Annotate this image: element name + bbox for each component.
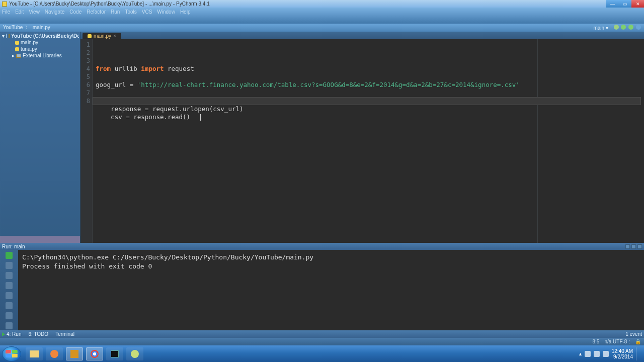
chrome-icon xyxy=(91,350,99,358)
terminal-icon xyxy=(111,350,119,357)
status-bar: 8:5 n/a UTF-8 : 🔒 xyxy=(0,338,644,345)
down-icon[interactable] xyxy=(6,292,13,299)
taskbar-wmp[interactable] xyxy=(46,347,63,360)
tree-file-tuna[interactable]: tuna.py xyxy=(1,46,79,52)
tray-network-icon[interactable] xyxy=(594,351,600,357)
media-player-icon xyxy=(50,350,58,358)
python-file-icon xyxy=(88,34,92,38)
window-title-bar: YouTube - [C:\Users\Bucky\Desktop\Python… xyxy=(0,0,644,8)
panel-minimize-icon[interactable] xyxy=(631,244,636,249)
stop-icon[interactable] xyxy=(6,262,13,269)
run-panel-header[interactable]: Run: main xyxy=(0,243,644,250)
sidebar-footer xyxy=(0,236,80,243)
right-margin-ruler xyxy=(537,39,538,243)
breadcrumb-bar: YouTube 〉 main.py main ▾ xyxy=(0,24,644,32)
stop-icon[interactable] xyxy=(636,25,641,30)
taskbar-explorer[interactable] xyxy=(26,347,43,360)
breadcrumb: YouTube 〉 main.py xyxy=(3,24,51,31)
tray-flag-icon[interactable] xyxy=(585,351,591,357)
soft-wrap-icon[interactable] xyxy=(6,302,13,309)
tree-project-root[interactable]: ▾ YouTube (C:\Users\Bucky\Deskto xyxy=(1,33,79,39)
tool-tab-run[interactable]: 4: Run xyxy=(2,331,21,337)
print-icon[interactable] xyxy=(6,312,13,319)
menu-tools[interactable]: Tools xyxy=(125,9,136,15)
close-console-icon[interactable] xyxy=(6,272,13,279)
app-icon xyxy=(2,2,7,7)
menu-run[interactable]: Run xyxy=(111,9,120,15)
bottom-tool-tabs: 4: Run 6: TODO Terminal 1 event xyxy=(0,330,644,338)
taskbar-app[interactable] xyxy=(126,347,143,360)
run-console[interactable]: C:\Python34\python.exe C:/Users/Bucky/De… xyxy=(18,250,644,330)
close-tab-icon[interactable]: × xyxy=(113,33,116,39)
debug-icon[interactable] xyxy=(621,25,626,30)
text-caret xyxy=(200,114,201,121)
menu-bar: File Edit View Navigate Code Refactor Ru… xyxy=(0,8,644,16)
menu-edit[interactable]: Edit xyxy=(15,9,24,15)
folder-icon xyxy=(9,34,10,38)
pycharm-icon xyxy=(70,350,78,358)
menu-navigate[interactable]: Navigate xyxy=(45,9,64,15)
tab-main[interactable]: main.py × xyxy=(83,33,121,39)
current-line-highlight xyxy=(93,97,641,105)
python-file-icon xyxy=(15,47,19,51)
clear-icon[interactable] xyxy=(6,322,13,329)
menu-code[interactable]: Code xyxy=(69,9,82,15)
caret-position: 8:5 xyxy=(593,339,600,344)
run-console-wrap: C:\Python34\python.exe C:/Users/Bucky/De… xyxy=(0,250,644,330)
collapse-icon[interactable]: ▾ xyxy=(2,33,5,39)
python-file-icon xyxy=(15,41,19,45)
tray-clock[interactable]: 12:40 AM 9/2/2014 xyxy=(612,348,633,359)
tree-external-libraries[interactable]: ▸ External Libraries xyxy=(1,52,79,59)
checkbox-icon[interactable] xyxy=(6,34,7,38)
gutter: 12345678 xyxy=(80,39,93,243)
menu-file[interactable]: File xyxy=(2,9,10,15)
menu-view[interactable]: View xyxy=(29,9,40,15)
start-button[interactable] xyxy=(2,346,21,361)
menu-help[interactable]: Help xyxy=(180,9,191,15)
code-area[interactable]: from urllib import request goog_url = 'h… xyxy=(93,39,644,243)
windows-taskbar: ▴ 12:40 AM 9/2/2014 xyxy=(0,345,644,362)
minimize-button[interactable]: — xyxy=(606,0,619,8)
show-desktop-button[interactable] xyxy=(636,347,640,360)
rerun-icon[interactable] xyxy=(6,252,13,259)
taskbar-pycharm[interactable] xyxy=(66,347,83,360)
lock-icon[interactable]: 🔒 xyxy=(635,339,641,344)
play-icon xyxy=(2,332,5,336)
library-icon xyxy=(16,54,21,58)
expand-icon[interactable]: ▸ xyxy=(12,53,15,58)
run-icon[interactable] xyxy=(614,25,619,30)
menu-refactor[interactable]: Refactor xyxy=(87,9,106,15)
panel-settings-icon[interactable] xyxy=(625,244,630,249)
tool-tab-terminal[interactable]: Terminal xyxy=(55,331,74,337)
nav-run-buttons: main ▾ xyxy=(592,25,641,31)
menu-vcs[interactable]: VCS xyxy=(142,9,152,15)
menu-window[interactable]: Window xyxy=(157,9,175,15)
tree-file-main[interactable]: main.py xyxy=(1,39,79,46)
panel-close-icon[interactable] xyxy=(637,244,642,249)
run-gutter xyxy=(0,250,18,330)
run-coverage-icon[interactable] xyxy=(628,25,633,30)
taskbar-chrome[interactable] xyxy=(86,347,103,360)
code-editor[interactable]: 12345678 from urllib import request goog… xyxy=(80,39,644,243)
tray-chevron-icon[interactable]: ▴ xyxy=(579,351,582,356)
tray-volume-icon[interactable] xyxy=(603,351,609,357)
close-button[interactable]: ✕ xyxy=(631,0,644,8)
system-tray: ▴ 12:40 AM 9/2/2014 xyxy=(579,347,642,360)
editor-tab-row: main.py × xyxy=(80,32,644,39)
window-controls: — ▭ ✕ xyxy=(606,0,644,8)
breadcrumb-root[interactable]: YouTube xyxy=(3,25,23,30)
tool-tab-todo[interactable]: 6: TODO xyxy=(28,331,48,337)
breadcrumb-file[interactable]: main.py xyxy=(33,25,50,30)
encoding[interactable]: n/a UTF-8 : xyxy=(604,339,630,344)
event-log[interactable]: 1 event xyxy=(625,331,642,337)
taskbar-terminal[interactable] xyxy=(106,347,123,360)
folder-icon xyxy=(30,350,39,357)
up-icon[interactable] xyxy=(6,282,13,289)
toolbar xyxy=(0,16,644,24)
project-sidebar: ▾ YouTube (C:\Users\Bucky\Deskto main.py… xyxy=(0,32,80,243)
maximize-button[interactable]: ▭ xyxy=(619,0,631,8)
app-icon xyxy=(131,350,139,358)
window-title: YouTube - [C:\Users\Bucky\Desktop\Python… xyxy=(9,1,210,7)
